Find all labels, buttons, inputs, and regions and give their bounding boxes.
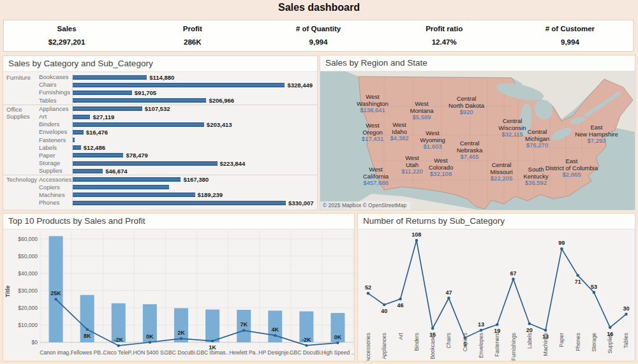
subcategory-label: Chairs bbox=[39, 81, 72, 89]
profit-point[interactable] bbox=[242, 329, 245, 331]
category-group: FurnitureBookcases$114,880Chairs$328,449… bbox=[3, 73, 317, 105]
y-axis-title: Title bbox=[4, 286, 11, 297]
returns-point[interactable] bbox=[367, 292, 370, 295]
sales-bar-paper[interactable] bbox=[73, 153, 123, 157]
returns-point[interactable] bbox=[399, 298, 402, 301]
profit-label: -2K bbox=[302, 337, 311, 343]
x-tick: Envelopes bbox=[478, 333, 484, 358]
us-sales-map[interactable]: WestWashington$138,641WestMontana$5,589C… bbox=[320, 71, 635, 210]
sales-bar-phones[interactable] bbox=[73, 201, 286, 205]
sales-bar-labels[interactable] bbox=[73, 145, 81, 150]
profit-point[interactable] bbox=[180, 337, 182, 340]
kpi-label: Profit ratio bbox=[382, 25, 507, 33]
returns-point[interactable] bbox=[528, 322, 531, 325]
sales-bar-copiers[interactable] bbox=[73, 185, 169, 189]
returns-point[interactable] bbox=[415, 239, 419, 242]
x-tick: Labels bbox=[526, 333, 533, 349]
kpi-label: Sales bbox=[4, 25, 130, 33]
profit-point[interactable] bbox=[336, 342, 339, 344]
returns-point[interactable] bbox=[383, 303, 386, 307]
returns-point[interactable] bbox=[593, 291, 596, 294]
bar-value-label: $223,844 bbox=[220, 160, 246, 167]
returns-point[interactable] bbox=[560, 247, 563, 251]
sales-bar-supplies[interactable] bbox=[73, 169, 103, 173]
profit-point[interactable] bbox=[274, 334, 276, 337]
returns-line-chart[interactable]: 52Accessories40Appliances46Art108Binders… bbox=[358, 229, 635, 361]
state-label-montana: WestMontana$5,589 bbox=[410, 101, 434, 121]
returns-point[interactable] bbox=[480, 329, 483, 332]
profit-point[interactable] bbox=[149, 341, 151, 344]
returns-point[interactable] bbox=[625, 313, 628, 316]
state-label-colorado: WestColorado$32,108 bbox=[429, 157, 454, 178]
returns-value-label: 71 bbox=[575, 279, 581, 285]
top10-combo-chart[interactable]: $0$10,000$20,000$30,000$40,000$50,000$60… bbox=[3, 229, 354, 361]
sales-bar-machines[interactable] bbox=[73, 193, 195, 197]
bar-value-label: $206,966 bbox=[209, 97, 234, 104]
y-tick: $20,000 bbox=[18, 305, 38, 311]
sales-bar-accessories[interactable] bbox=[73, 177, 181, 182]
kpi-band: Sales $2,297,201 Profit 286K # of Quanti… bbox=[3, 20, 634, 52]
returns-point[interactable] bbox=[576, 274, 579, 277]
returns-value-label: 46 bbox=[397, 302, 404, 309]
table-row: Bookcases$114,880 bbox=[39, 73, 317, 81]
x-tick: Paper bbox=[558, 333, 565, 347]
profit-point[interactable] bbox=[85, 328, 88, 331]
sales-bar-binders[interactable] bbox=[73, 122, 204, 127]
subcategory-label: Storage bbox=[39, 159, 72, 167]
panel-title: Number of Returns by Sub_Category bbox=[358, 214, 635, 229]
subcategory-label: Binders bbox=[39, 120, 72, 128]
sales-bar-bookcases[interactable] bbox=[73, 75, 147, 80]
profit-label: 8K bbox=[84, 333, 91, 339]
kpi-profit-ratio: Profit ratio 12.47% bbox=[382, 20, 507, 51]
bar-value-label: $16,476 bbox=[86, 129, 108, 136]
table-row: Appliances$107,532 bbox=[39, 105, 317, 113]
bar-value-label: $203,413 bbox=[207, 121, 232, 128]
profit-point[interactable] bbox=[117, 344, 120, 347]
subcategory-label: Appliances bbox=[39, 105, 72, 113]
sales-bar-chairs[interactable] bbox=[73, 83, 285, 87]
bar-value-label: $328,449 bbox=[287, 82, 313, 89]
profit-point[interactable] bbox=[54, 298, 57, 300]
returns-point[interactable] bbox=[447, 296, 450, 300]
x-tick: HON 5400 S.. bbox=[133, 349, 167, 356]
sales-bar[interactable] bbox=[49, 236, 63, 342]
profit-point[interactable] bbox=[211, 340, 214, 342]
table-row: Accessories$167,380 bbox=[39, 175, 317, 183]
profit-point[interactable] bbox=[305, 344, 308, 347]
x-tick: Hewlett Pa.. bbox=[229, 349, 258, 356]
returns-point[interactable] bbox=[609, 326, 612, 329]
x-tick: Art bbox=[397, 332, 404, 340]
state-label-oregon: WestOregon$17,431 bbox=[362, 122, 383, 143]
x-tick: Chairs bbox=[445, 333, 452, 349]
returns-value-label: 30 bbox=[623, 305, 629, 312]
table-row: Fasteners bbox=[39, 136, 317, 144]
sales-bar[interactable] bbox=[205, 310, 219, 342]
category-group: Office SuppliesAppliances$107,532Art$27,… bbox=[3, 105, 317, 175]
state-label-utah: WestUtah$11,220 bbox=[401, 155, 423, 175]
sales-bar-storage[interactable] bbox=[73, 161, 218, 166]
sales-bar-fasteners[interactable] bbox=[73, 138, 75, 142]
state-label-district-of-columbia: EastDistrict of Columbia$2,865 bbox=[545, 158, 598, 178]
category-label: Office Supplies bbox=[3, 105, 39, 175]
y-tick: $10,000 bbox=[18, 322, 38, 328]
x-tick: Phones bbox=[575, 333, 581, 351]
sales-bar-envelopes[interactable] bbox=[73, 130, 84, 135]
subcategory-label: Supplies bbox=[39, 167, 72, 175]
kpi-label: Profit bbox=[130, 25, 255, 33]
sales-bar-furnishings[interactable] bbox=[73, 91, 132, 95]
sales-bar-tables[interactable] bbox=[73, 98, 206, 103]
panel-top10-products: Top 10 Products by Sales and Profit $0$1… bbox=[3, 213, 355, 361]
state-label-missouri: CentralMissouri$22,205 bbox=[490, 162, 512, 182]
bar-value-label: $114,880 bbox=[149, 74, 174, 81]
panel-sales-by-region: Sales by Region and State bbox=[320, 55, 635, 210]
subcategory-label: Copiers bbox=[39, 184, 72, 191]
returns-point[interactable] bbox=[512, 278, 515, 281]
returns-point[interactable] bbox=[431, 327, 434, 330]
subcategory-label: Phones bbox=[39, 199, 72, 207]
returns-point[interactable] bbox=[544, 329, 547, 332]
sales-bar-appliances[interactable] bbox=[73, 106, 142, 111]
profit-label: 7K bbox=[240, 321, 248, 328]
returns-point[interactable] bbox=[496, 323, 499, 326]
x-tick: GBC DocuBi.. bbox=[164, 349, 198, 356]
sales-bar-art[interactable] bbox=[73, 115, 90, 119]
